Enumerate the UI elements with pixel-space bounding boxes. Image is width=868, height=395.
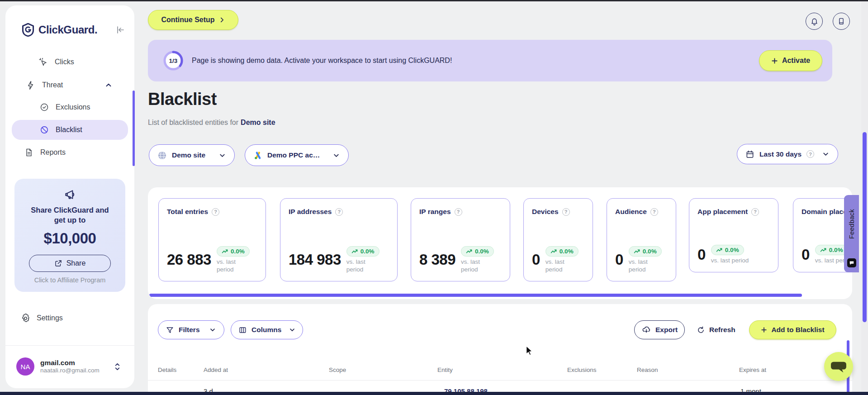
filters-button[interactable]: Filters [158,320,224,339]
sidebar-item-exclusions[interactable]: Exclusions [12,98,128,116]
column-header-expires-at[interactable]: Expires at [739,366,766,373]
delta-badge: 0.0% [629,246,662,257]
notifications-button[interactable] [806,13,823,30]
column-header-scope[interactable]: Scope [329,366,346,373]
stat-label: Audience [615,208,647,216]
stat-card-domain-placement: Domain placement 0 0.0% vs. last period [793,198,852,272]
page-scrollbar-track[interactable] [861,0,868,395]
app-window: ClickGuard. Clicks Threat Exclusio [0,0,868,395]
chevron-right-icon [219,17,225,23]
feedback-label: Feedback [848,209,855,244]
vs-period-label: vs. last period [217,258,246,274]
sidebar-item-label: Exclusions [56,103,90,111]
help-icon[interactable] [335,208,343,216]
ban-icon [40,125,49,134]
user-meta: gmail.com naatali.ro@gmail.com [40,358,100,375]
window-edge-top [0,0,868,1]
help-icon[interactable] [806,150,814,158]
stat-label: Devices [532,208,559,216]
stats-panel: Total entries 26 883 0.0% vs. last perio… [148,187,852,299]
stat-value: 8 389 [419,251,455,268]
site-selector[interactable]: Demo site [149,144,235,166]
columns-icon [238,326,247,334]
vs-period-label: vs. last period [711,257,749,265]
page-title: Blacklist [148,90,217,109]
subtitle-site-name: Demo site [241,119,275,126]
stat-card-app-placement: App placement 0 0.0% vs. last period [689,198,778,272]
stat-value: 0 [615,251,623,268]
sidebar-item-blacklist[interactable]: Blacklist [12,120,128,140]
chevron-down-icon [209,326,216,333]
lightning-icon [26,81,35,90]
column-header-details[interactable]: Details [158,366,176,373]
gear-icon [21,314,30,323]
delta-badge: 0.0% [346,246,379,257]
user-account-menu[interactable]: NA gmail.com naatali.ro@gmail.com [16,352,127,381]
stat-value: 0 [802,246,810,263]
ppc-account-selector[interactable]: Demo PPC ac… [245,144,349,166]
columns-button[interactable]: Columns [231,320,303,339]
demo-data-banner: 1/3 Page is showing demo data. Activate … [148,40,832,81]
delta-badge: 0.0% [711,245,744,255]
sidebar-item-settings[interactable]: Settings [12,309,128,327]
blacklist-table-panel: Filters Columns Export Refresh [148,304,852,395]
stat-label: App placement [697,208,748,216]
page-scrollbar-thumb[interactable] [863,132,867,322]
plus-icon [771,57,778,64]
continue-setup-button[interactable]: Continue Setup [148,10,238,30]
setup-progress-ring: 1/3 [163,50,184,71]
chevron-down-icon [332,152,340,159]
sidebar-item-clicks[interactable]: Clicks [12,53,128,71]
ppc-account-value: Demo PPC ac… [267,151,320,159]
promo-amount: $10,000 [14,230,125,247]
sidebar-item-label: Reports [40,148,66,157]
delta-badge: 0.0% [545,246,579,257]
help-icon[interactable] [455,208,462,216]
date-range-selector[interactable]: Last 30 days [737,144,838,164]
feedback-widget-icon [847,258,856,267]
delta-badge: 0.0% [461,246,494,257]
column-header-exclusions[interactable]: Exclusions [567,366,597,373]
export-button[interactable]: Export [634,320,685,339]
clickguard-logo-icon [22,23,34,37]
help-icon[interactable] [751,208,759,216]
affiliate-note: Click to Affiliate Program [14,276,125,284]
chat-launcher-button[interactable] [824,352,853,381]
sidebar-collapse-icon[interactable] [115,25,125,35]
chevron-up-icon [104,81,113,89]
stat-label: IP addresses [289,208,332,216]
stats-horizontal-scrollbar-thumb[interactable] [149,294,802,297]
feedback-tab[interactable]: Feedback [844,195,859,272]
brand-name: ClickGuard. [38,24,97,36]
stat-card-ip-ranges: IP ranges 8 389 0.0% vs. last period [411,198,510,281]
document-icon [24,148,33,157]
share-button[interactable]: Share [29,255,111,272]
add-to-blacklist-button[interactable]: Add to Blacklist [749,320,836,339]
divider [148,380,852,381]
sidebar-scrollbar-thumb[interactable] [133,90,135,166]
chevron-down-icon [218,152,226,159]
changelog-button[interactable] [833,13,850,30]
stat-value: 0 [697,246,706,263]
vs-period-label: vs. last period [346,258,375,274]
activate-button[interactable]: Activate [759,50,822,71]
book-icon [837,17,845,25]
stat-card-audience: Audience 0 0.0% vs. last period [607,198,676,281]
affiliate-promo-card[interactable]: Share ClickGuard and get up to $10,000 S… [14,179,125,292]
chevron-down-icon [289,326,296,333]
avatar: NA [16,357,34,376]
column-header-added-at[interactable]: Added at [204,366,228,373]
sidebar-item-reports[interactable]: Reports [12,143,128,162]
sidebar-item-threat[interactable]: Threat [12,76,128,94]
refresh-icon [697,326,705,334]
chevron-updown-icon [114,362,121,371]
external-link-icon [54,259,62,267]
help-icon[interactable] [212,208,219,216]
workspace-name: gmail.com [40,358,100,367]
stat-label: Total entries [167,208,208,216]
help-icon[interactable] [562,208,570,216]
column-header-reason[interactable]: Reason [637,366,658,373]
column-header-entity[interactable]: Entity [437,366,453,373]
help-icon[interactable] [650,208,658,216]
refresh-button[interactable]: Refresh [697,323,735,337]
